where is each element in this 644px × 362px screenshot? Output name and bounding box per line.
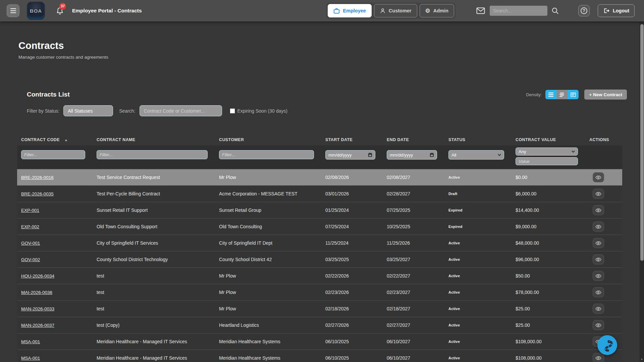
- new-contract-button[interactable]: + New Contract: [584, 89, 627, 100]
- status-column-filter-value: All: [451, 153, 456, 158]
- view-contract-button[interactable]: [593, 353, 604, 362]
- view-contract-button[interactable]: [593, 287, 604, 297]
- contract-name-cell: Test Per-Cycle Billing Contract: [93, 191, 215, 196]
- start-date-placeholder: mm/dd/yyyy: [328, 153, 352, 158]
- contract-code-link[interactable]: EXP-001: [21, 208, 39, 213]
- nav-customer-label: Customer: [389, 8, 412, 13]
- hamburger-menu-button[interactable]: [7, 4, 19, 17]
- contract-code-link[interactable]: GOV-002: [21, 257, 40, 262]
- end-date-cell: 03/25/2027: [383, 257, 444, 262]
- density-compact-button[interactable]: [556, 90, 568, 99]
- contract-code-link[interactable]: GOV-001: [21, 241, 40, 246]
- end-date-cell: 02/23/2027: [383, 290, 444, 295]
- view-contract-button[interactable]: [593, 271, 604, 281]
- table-row[interactable]: BRE-2026-0016Test Service Contract Reque…: [17, 169, 622, 185]
- table-row[interactable]: MAN-2026-0033testMr Plow02/18/202602/18/…: [17, 300, 622, 317]
- expiring-soon-checkbox[interactable]: [230, 109, 235, 113]
- column-header-contract-name[interactable]: CONTRACT NAME: [93, 137, 215, 142]
- value-filter-input[interactable]: [516, 157, 578, 165]
- table-row[interactable]: EXP-002Old Town Consulting SupportOld To…: [17, 218, 622, 235]
- status-column-filter-select[interactable]: All: [448, 150, 504, 160]
- view-contract-button[interactable]: [593, 238, 604, 248]
- calendar-icon: [368, 153, 372, 157]
- density-normal-button[interactable]: [545, 90, 556, 99]
- column-header-end-date[interactable]: END DATE: [383, 137, 444, 142]
- view-contract-button[interactable]: [593, 189, 604, 199]
- column-header-contract-value[interactable]: CONTRACT VALUE: [512, 137, 585, 142]
- end-date-filter-input[interactable]: mm/dd/yyyy: [387, 150, 437, 160]
- view-contract-button[interactable]: [593, 304, 604, 314]
- status-badge: Expired: [448, 225, 463, 229]
- view-contract-button[interactable]: [593, 254, 604, 264]
- view-contract-button[interactable]: [593, 222, 604, 232]
- contract-code-link[interactable]: MSA-001: [21, 339, 40, 344]
- code-filter-input[interactable]: [21, 150, 85, 159]
- eye-icon: [595, 307, 601, 311]
- nav-customer-button[interactable]: Customer: [374, 4, 417, 17]
- table-row[interactable]: BRE-2026-0035Test Per-Cycle Billing Cont…: [17, 185, 622, 202]
- view-contract-button[interactable]: [593, 205, 604, 215]
- name-filter-input[interactable]: [97, 150, 208, 159]
- nav-employee-button[interactable]: Employee: [328, 4, 372, 17]
- table-row[interactable]: MSA-001Meridian Healthcare - Managed IT …: [17, 333, 622, 350]
- table-row[interactable]: MSA-001Meridian Healthcare - Managed IT …: [17, 350, 622, 362]
- contract-value-cell: $78,000.00: [512, 290, 585, 295]
- status-badge: Expired: [448, 208, 463, 212]
- customer-cell: Mr Plow: [215, 306, 321, 311]
- contract-name-cell: Meridian Healthcare - Managed IT Service…: [93, 339, 215, 344]
- start-date-cell: 02/18/2026: [321, 306, 383, 311]
- status-badge: Active: [448, 290, 460, 294]
- customer-filter-input[interactable]: [219, 150, 314, 159]
- scrollbar-thumb[interactable]: [640, 24, 644, 261]
- scroll-down-arrow-icon[interactable]: ▼: [640, 358, 644, 361]
- view-contract-button[interactable]: [593, 172, 604, 182]
- table-filter-row: mm/dd/yyyy mm/dd/yyyy: [17, 145, 622, 169]
- contract-code-link[interactable]: MAN-2026-0037: [21, 323, 54, 328]
- end-date-cell: 06/10/2027: [383, 339, 444, 344]
- column-header-contract-code[interactable]: CONTRACT CODE▲: [17, 137, 93, 142]
- table-row[interactable]: MAN-2026-0037test (Copy)Heartland Logist…: [17, 317, 622, 333]
- help-button[interactable]: ?: [578, 5, 590, 16]
- contract-code-link[interactable]: EXP-002: [21, 224, 39, 229]
- expiring-soon-label: Expiring Soon (30 days): [237, 108, 287, 114]
- vertical-scrollbar[interactable]: ▼: [640, 21, 644, 362]
- calendar-icon: [430, 153, 434, 157]
- eye-icon: [595, 175, 601, 180]
- density-controls: Density:: [526, 89, 627, 100]
- contract-code-link[interactable]: MAI-2026-0036: [21, 290, 52, 295]
- table-row[interactable]: HOU-2026-0034testMr Plow02/22/202602/22/…: [17, 267, 622, 284]
- logout-label: Logout: [613, 8, 629, 13]
- density-card-button[interactable]: [568, 90, 579, 99]
- contract-code-link[interactable]: BRE-2026-0035: [21, 191, 54, 196]
- global-search-input[interactable]: [490, 6, 547, 16]
- eye-icon: [595, 241, 601, 245]
- value-operator-select[interactable]: Any: [516, 147, 578, 156]
- column-header-customer[interactable]: CUSTOMER: [215, 137, 321, 142]
- table-row[interactable]: MAI-2026-0036testMr Plow02/23/202602/23/…: [17, 284, 622, 300]
- column-header-start-date[interactable]: START DATE: [321, 137, 383, 142]
- contract-code-link[interactable]: HOU-2026-0034: [21, 274, 54, 279]
- view-contract-button[interactable]: [593, 320, 604, 330]
- contract-code-link[interactable]: BRE-2026-0016: [21, 175, 54, 180]
- nav-admin-button[interactable]: ⚙ Admin: [420, 4, 454, 17]
- customer-cell: Old Town Consulting: [215, 224, 321, 229]
- chat-assistant-fab[interactable]: [597, 335, 617, 355]
- mail-icon[interactable]: [476, 7, 485, 14]
- status-badge: Active: [448, 257, 460, 261]
- logout-button[interactable]: Logout: [598, 4, 635, 17]
- start-date-filter-input[interactable]: mm/dd/yyyy: [325, 150, 375, 160]
- search-icon[interactable]: [551, 7, 559, 14]
- list-search-input[interactable]: [140, 105, 222, 116]
- start-date-cell: 07/25/2024: [321, 224, 383, 229]
- status-filter-select[interactable]: All Statuses: [63, 105, 113, 116]
- end-date-cell: 11/25/2026: [383, 240, 444, 246]
- table-row[interactable]: EXP-001Sunset Retail IT SupportSunset Re…: [17, 202, 622, 218]
- table-row[interactable]: GOV-002County School District Technology…: [17, 251, 622, 267]
- column-header-status[interactable]: STATUS: [444, 137, 512, 142]
- contract-code-link[interactable]: MSA-001: [21, 356, 40, 361]
- notifications-bell[interactable]: 37: [56, 7, 63, 15]
- table-row[interactable]: GOV-001City of Springfield IT ServicesCi…: [17, 235, 622, 251]
- end-date-cell: 10/25/2025: [383, 224, 444, 229]
- contract-value-cell: $25.00: [512, 306, 585, 311]
- contract-code-link[interactable]: MAN-2026-0033: [21, 306, 54, 311]
